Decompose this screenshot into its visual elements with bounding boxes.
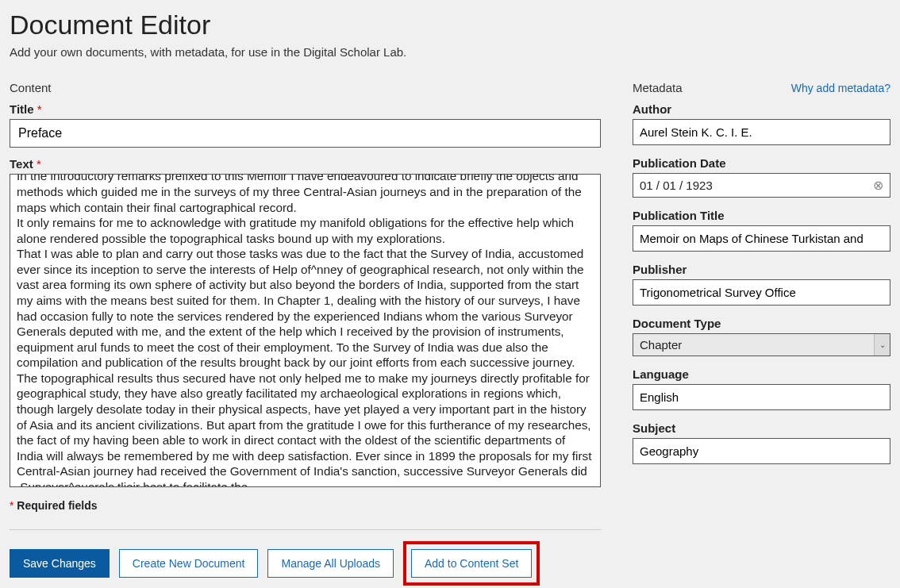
text-field-label: Text *	[10, 157, 601, 171]
document-type-select[interactable]: Chapter	[633, 333, 890, 356]
publisher-label: Publisher	[633, 263, 890, 276]
highlight-annotation: Add to Content Set	[403, 541, 540, 586]
title-field-label: Title *	[10, 102, 601, 116]
required-fields-note: * Required fields	[10, 499, 601, 512]
subject-input[interactable]	[633, 438, 890, 464]
clear-date-icon[interactable]: ⊗	[873, 178, 883, 193]
subject-label: Subject	[633, 421, 890, 435]
manage-all-uploads-button[interactable]: Manage All Uploads	[267, 549, 394, 578]
publication-title-input[interactable]	[633, 225, 890, 252]
language-label: Language	[633, 367, 890, 381]
publication-title-label: Publication Title	[633, 209, 890, 222]
save-changes-button[interactable]: Save Changes	[10, 549, 110, 578]
publisher-input[interactable]	[633, 279, 890, 306]
divider	[10, 529, 601, 530]
page-title: Document Editor	[10, 10, 890, 40]
page-subtitle: Add your own documents, with metadata, f…	[10, 45, 890, 59]
language-input[interactable]	[633, 384, 890, 410]
author-input[interactable]	[633, 119, 890, 145]
metadata-section-label: Metadata	[633, 81, 683, 94]
publication-date-input[interactable]: 01 / 01 / 1923 ⊗	[633, 173, 890, 198]
add-to-content-set-button[interactable]: Add to Content Set	[411, 549, 532, 578]
publication-date-label: Publication Date	[633, 156, 890, 170]
create-new-document-button[interactable]: Create New Document	[119, 549, 259, 578]
title-input[interactable]	[10, 119, 601, 148]
why-add-metadata-link[interactable]: Why add metadata?	[791, 82, 890, 94]
text-textarea[interactable]	[10, 174, 601, 487]
author-label: Author	[633, 102, 890, 116]
content-section-label: Content	[10, 81, 601, 94]
document-type-label: Document Type	[633, 317, 890, 330]
